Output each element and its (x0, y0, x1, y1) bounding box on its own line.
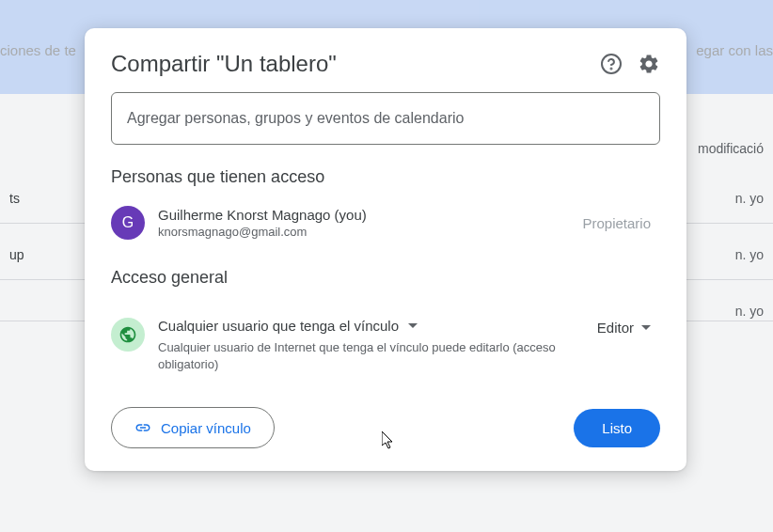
person-email: knorsmagnago@gmail.com (158, 225, 582, 239)
access-scope-label: Cualquier usuario que tenga el vínculo (158, 318, 399, 334)
access-scope-dropdown[interactable]: Cualquier usuario que tenga el vínculo (158, 318, 584, 334)
done-button[interactable]: Listo (574, 409, 660, 447)
access-description: Cualquier usuario de Internet que tenga … (158, 339, 584, 373)
person-row: G Guilherme Knorst Magnago (you) knorsma… (85, 200, 686, 258)
person-name: Guilherme Knorst Magnago (you) (158, 207, 582, 223)
permission-label: Editor (597, 320, 634, 336)
person-info: Guilherme Knorst Magnago (you) knorsmagn… (158, 207, 582, 239)
general-access-title: Acceso general (85, 258, 686, 301)
dialog-footer: Copiar vínculo Listo (85, 373, 686, 448)
copy-link-label: Copiar vínculo (161, 420, 251, 436)
chevron-down-icon (408, 323, 418, 328)
dialog-header: Compartir "Un tablero" (85, 51, 686, 92)
access-details: Cualquier usuario que tenga el vínculo C… (158, 318, 584, 373)
input-container (85, 92, 686, 145)
dialog-title: Compartir "Un tablero" (111, 51, 337, 77)
permission-dropdown[interactable]: Editor (597, 320, 651, 336)
people-section-title: Personas que tienen acceso (85, 167, 686, 200)
avatar: G (111, 206, 145, 240)
copy-link-button[interactable]: Copiar vínculo (111, 407, 275, 448)
link-icon (134, 419, 151, 436)
svg-point-1 (611, 69, 612, 70)
add-people-input[interactable] (111, 92, 660, 145)
gear-icon[interactable] (638, 53, 660, 75)
person-role: Propietario (582, 215, 651, 231)
header-icons (600, 53, 660, 75)
general-access-row: Cualquier usuario que tenga el vínculo C… (85, 301, 686, 373)
share-dialog: Compartir "Un tablero" Personas que tien… (85, 28, 686, 471)
help-icon[interactable] (600, 53, 623, 75)
globe-icon (111, 318, 145, 352)
chevron-down-icon (641, 325, 651, 330)
